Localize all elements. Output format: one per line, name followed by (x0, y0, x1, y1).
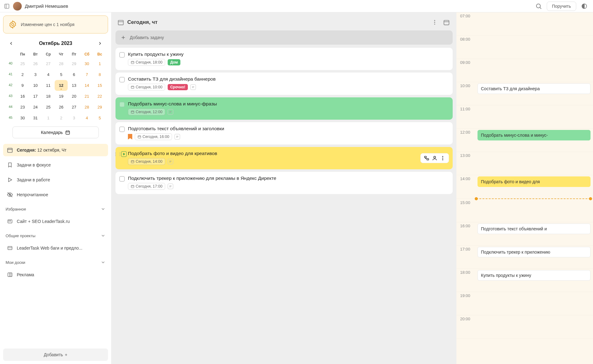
fav-item[interactable]: Сайт + SEO LeaderTask.ru (3, 215, 108, 228)
calendar-day[interactable]: 29 (68, 58, 80, 69)
assign-button[interactable]: Поручить (547, 2, 576, 11)
timeline-hour-slot[interactable]: Составить ТЗ для дизайнера (476, 82, 593, 105)
calendar-day[interactable]: 10 (29, 80, 42, 91)
calendar-day[interactable]: 29 (93, 102, 106, 113)
task-checkbox[interactable] (119, 102, 125, 107)
note-icon[interactable] (168, 184, 173, 189)
task-checkbox[interactable] (119, 77, 125, 82)
calendar-day[interactable]: 2 (55, 113, 67, 123)
calendar-day[interactable]: 4 (80, 113, 93, 123)
calendar-next-button[interactable] (96, 40, 104, 47)
calendar-day[interactable]: 11 (42, 80, 55, 91)
timeline-event[interactable]: Подготовить текст объявлений и (478, 224, 591, 234)
task-card[interactable]: Купить продукты к ужину Сегодня, 18:00До… (115, 48, 453, 70)
calendar-day[interactable]: 28 (55, 58, 67, 69)
timeline-hour-slot[interactable] (476, 105, 593, 128)
calendar-day[interactable]: 1 (93, 58, 106, 69)
price-change-banner[interactable]: Изменение цен с 1 ноября (3, 16, 108, 33)
timeline-hour-slot[interactable] (476, 36, 593, 59)
timeline-hour-slot[interactable] (476, 12, 593, 35)
timeline-hour-slot[interactable]: Купить продукты к ужину (476, 269, 593, 292)
note-icon[interactable] (174, 134, 180, 140)
avatar[interactable] (13, 2, 22, 11)
calendar-day[interactable]: 12 (55, 80, 67, 91)
calendar-day[interactable]: 16 (16, 91, 29, 102)
section-boards[interactable]: Мои доски (3, 257, 108, 266)
nav-focus[interactable]: Задачи в фокусе (3, 159, 108, 171)
calendar-day[interactable]: 27 (42, 58, 55, 69)
calendar-day[interactable]: 22 (93, 91, 106, 102)
timeline-hour-slot[interactable]: Подключить трекер к приложению (476, 246, 593, 269)
calendar-day[interactable]: 20 (68, 91, 80, 102)
assign-icon[interactable] (432, 155, 437, 161)
more-menu-button[interactable] (430, 18, 439, 27)
note-icon[interactable] (168, 159, 173, 164)
timeline-hour-slot[interactable]: Подобрать фото и видео для (476, 175, 593, 198)
more-icon[interactable] (440, 155, 446, 161)
task-time-chip[interactable]: Сегодня, 14:00 (128, 158, 165, 165)
calendar-day[interactable]: 30 (16, 113, 29, 123)
calendar-day[interactable]: 15 (93, 80, 106, 91)
calendar-day[interactable]: 25 (16, 58, 29, 69)
section-shared[interactable]: Общие проекты (3, 230, 108, 239)
timeline-event[interactable]: Подобрать минус-слова и минус- (478, 130, 591, 140)
calendar-day[interactable]: 13 (68, 80, 80, 91)
task-checkbox[interactable] (119, 127, 125, 132)
task-time-chip[interactable]: Сегодня, 17:00 (128, 183, 165, 190)
calendar-expand-button[interactable]: Календарь (12, 127, 99, 138)
timeline-hour-slot[interactable] (476, 59, 593, 82)
task-checkbox[interactable] (119, 176, 125, 182)
timeline-event[interactable]: Составить ТЗ для дизайнера (478, 83, 591, 94)
calendar-day[interactable]: 5 (93, 113, 106, 123)
task-card[interactable]: Подключить трекер к приложению для рекла… (115, 172, 453, 194)
timeline-hour-slot[interactable]: Подготовить текст объявлений и (476, 222, 593, 245)
task-checkbox[interactable] (119, 52, 125, 58)
search-button[interactable] (534, 1, 544, 11)
calendar-day[interactable]: 26 (55, 102, 67, 113)
timeline-hour-slot[interactable] (476, 315, 593, 338)
add-project-button[interactable]: Добавить + (3, 348, 108, 361)
calendar-day[interactable]: 17 (29, 91, 42, 102)
calendar-day[interactable]: 21 (80, 91, 93, 102)
calendar-day[interactable]: 3 (29, 69, 42, 80)
task-card[interactable]: Составить ТЗ для дизайнера баннеров Сего… (115, 73, 453, 95)
calendar-day[interactable]: 1 (42, 113, 55, 123)
calendar-day[interactable]: 4 (42, 69, 55, 80)
task-tag[interactable]: Срочно! (168, 84, 188, 90)
date-picker-button[interactable] (442, 18, 451, 27)
calendar-day[interactable]: 25 (42, 102, 55, 113)
calendar-day[interactable]: 31 (29, 113, 42, 123)
calendar-day[interactable]: 30 (80, 58, 93, 69)
nav-unread[interactable]: Непрочитанное (3, 189, 108, 201)
calendar-day[interactable]: 3 (68, 113, 80, 123)
calendar-day[interactable]: 9 (16, 80, 29, 91)
task-time-chip[interactable]: Сегодня, 18:00 (128, 59, 165, 66)
task-tag[interactable]: Дом (168, 59, 180, 65)
task-play-button[interactable] (121, 151, 127, 157)
calendar-day[interactable]: 28 (80, 102, 93, 113)
section-favorites[interactable]: Избранное (3, 203, 108, 213)
timeline-hour-slot[interactable] (476, 292, 593, 315)
timeline-hour-slot[interactable] (476, 199, 593, 222)
timeline-event[interactable]: Купить продукты к ужину (478, 270, 591, 281)
calendar-day[interactable]: 8 (93, 69, 106, 80)
board-item[interactable]: Реклама (3, 269, 108, 281)
calendar-day[interactable]: 19 (55, 91, 67, 102)
note-icon[interactable] (168, 109, 173, 115)
calendar-day[interactable]: 27 (68, 102, 80, 113)
nav-today[interactable]: Сегодня: 12 октября, Чт (3, 144, 108, 156)
subtask-icon[interactable] (424, 155, 429, 161)
calendar-day[interactable]: 6 (68, 69, 80, 80)
timeline-hour-slot[interactable] (476, 152, 593, 175)
calendar-day[interactable]: 18 (42, 91, 55, 102)
calendar-day[interactable]: 26 (29, 58, 42, 69)
task-time-chip[interactable]: Сегодня, 10:00 (128, 84, 165, 91)
timeline-hour-slot[interactable]: Подобрать минус-слова и минус- (476, 129, 593, 152)
sidebar-collapse-button[interactable] (4, 3, 10, 9)
calendar-day[interactable]: 24 (29, 102, 42, 113)
task-time-chip[interactable]: Сегодня, 16:00 (135, 133, 172, 140)
calendar-day[interactable]: 23 (16, 102, 29, 113)
calendar-day[interactable]: 5 (55, 69, 67, 80)
timeline-event[interactable]: Подобрать фото и видео для (478, 176, 591, 187)
calendar-day[interactable]: 7 (80, 69, 93, 80)
